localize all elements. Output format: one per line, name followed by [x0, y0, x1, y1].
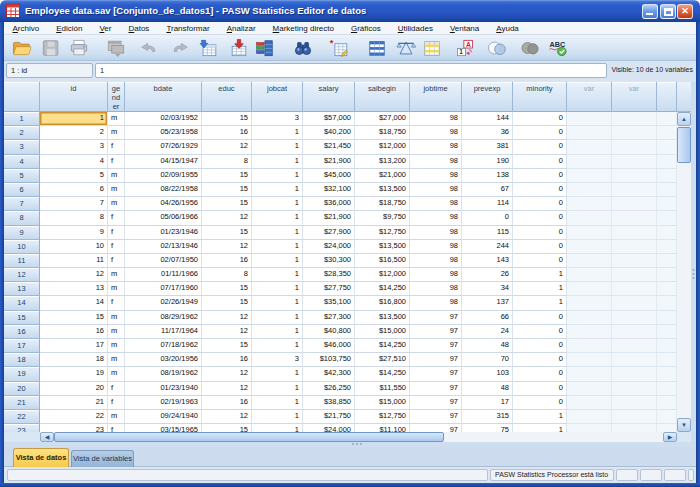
- cell[interactable]: 05/23/1958: [125, 126, 202, 140]
- cell[interactable]: 5: [40, 169, 108, 183]
- empty-cell[interactable]: [612, 183, 657, 197]
- cell[interactable]: 19: [40, 367, 108, 381]
- cell[interactable]: 15: [202, 296, 252, 310]
- cell[interactable]: 12: [202, 211, 252, 225]
- column-header-bdate[interactable]: bdate: [125, 82, 202, 112]
- cell[interactable]: m: [108, 339, 125, 353]
- cell[interactable]: 12: [202, 311, 252, 325]
- cell[interactable]: 01/11/1966: [125, 268, 202, 282]
- column-header-var[interactable]: var: [567, 82, 612, 112]
- empty-cell[interactable]: [567, 155, 612, 169]
- empty-cell[interactable]: [567, 226, 612, 240]
- cell[interactable]: 98: [410, 296, 462, 310]
- cell[interactable]: 1: [252, 197, 303, 211]
- cell-editor[interactable]: 1: [95, 63, 607, 78]
- empty-cell[interactable]: [567, 353, 612, 367]
- goto-variable-icon[interactable]: [226, 36, 252, 60]
- menu-edici-n[interactable]: Edición: [48, 24, 91, 33]
- empty-cell[interactable]: [567, 126, 612, 140]
- cell[interactable]: m: [108, 311, 125, 325]
- cell[interactable]: $21,450: [303, 140, 355, 154]
- empty-cell[interactable]: [567, 254, 612, 268]
- cell[interactable]: 16: [202, 353, 252, 367]
- empty-cell[interactable]: [567, 296, 612, 310]
- goto-case-icon[interactable]: [196, 36, 222, 60]
- empty-cell[interactable]: [657, 282, 677, 296]
- cell[interactable]: 1: [252, 410, 303, 424]
- cell[interactable]: $27,750: [303, 282, 355, 296]
- cell[interactable]: m: [108, 197, 125, 211]
- cell[interactable]: f: [108, 140, 125, 154]
- cell[interactable]: 1: [252, 325, 303, 339]
- cell[interactable]: 0: [462, 211, 513, 225]
- cell[interactable]: 01/23/1946: [125, 226, 202, 240]
- cell[interactable]: 16: [202, 126, 252, 140]
- column-header-jobcat[interactable]: jobcat: [252, 82, 303, 112]
- row-header-20[interactable]: 20: [4, 382, 40, 396]
- cell[interactable]: 98: [410, 226, 462, 240]
- cell[interactable]: 0: [513, 169, 567, 183]
- cell[interactable]: 0: [513, 353, 567, 367]
- tab-variable-view[interactable]: Vista de variables: [71, 450, 134, 467]
- cell[interactable]: $103,750: [303, 353, 355, 367]
- cell[interactable]: 0: [513, 325, 567, 339]
- empty-cell[interactable]: [567, 339, 612, 353]
- cell[interactable]: 01/23/1940: [125, 382, 202, 396]
- cell[interactable]: $21,900: [303, 211, 355, 225]
- cell[interactable]: 3: [252, 353, 303, 367]
- scroll-left-icon[interactable]: ◀: [40, 432, 54, 442]
- column-header-salbegin[interactable]: salbegin: [355, 82, 410, 112]
- minimize-button[interactable]: [642, 4, 658, 19]
- row-header-4[interactable]: 4: [4, 155, 40, 169]
- cell[interactable]: 22: [40, 410, 108, 424]
- cell[interactable]: 12: [202, 367, 252, 381]
- split-file-icon[interactable]: [364, 36, 390, 60]
- cell[interactable]: $9,750: [355, 211, 410, 225]
- redo-icon[interactable]: [167, 36, 193, 60]
- cell[interactable]: 0: [513, 112, 567, 126]
- cell[interactable]: 15: [202, 339, 252, 353]
- empty-cell[interactable]: [567, 282, 612, 296]
- empty-cell[interactable]: [612, 112, 657, 126]
- empty-cell[interactable]: [612, 311, 657, 325]
- cell[interactable]: $21,900: [303, 155, 355, 169]
- menu-gr-ficos[interactable]: Gráficos: [342, 24, 389, 33]
- cell[interactable]: 15: [40, 311, 108, 325]
- cell[interactable]: 0: [513, 311, 567, 325]
- cell[interactable]: 1: [252, 126, 303, 140]
- cell[interactable]: $27,900: [303, 226, 355, 240]
- empty-cell[interactable]: [657, 353, 677, 367]
- cell[interactable]: 98: [410, 282, 462, 296]
- cell[interactable]: $32,100: [303, 183, 355, 197]
- empty-cell[interactable]: [657, 367, 677, 381]
- variables-icon[interactable]: [252, 36, 278, 60]
- empty-cell[interactable]: [612, 226, 657, 240]
- scroll-right-icon[interactable]: ▶: [663, 432, 677, 442]
- cell[interactable]: 8: [202, 155, 252, 169]
- column-header-salary[interactable]: salary: [303, 82, 355, 112]
- empty-cell[interactable]: [657, 155, 677, 169]
- cell[interactable]: 97: [410, 367, 462, 381]
- empty-cell[interactable]: [612, 367, 657, 381]
- cell[interactable]: 7: [40, 197, 108, 211]
- empty-cell[interactable]: [657, 140, 677, 154]
- menu-datos[interactable]: Datos: [120, 24, 158, 33]
- open-file-icon[interactable]: [9, 36, 35, 60]
- cell[interactable]: 137: [462, 296, 513, 310]
- cell[interactable]: 0: [513, 382, 567, 396]
- cell[interactable]: 1: [252, 155, 303, 169]
- cell[interactable]: 05/06/1966: [125, 211, 202, 225]
- cell[interactable]: 381: [462, 140, 513, 154]
- empty-cell[interactable]: [612, 282, 657, 296]
- data-grid[interactable]: idgenderbdateeducjobcatsalarysalbeginjob…: [4, 82, 677, 432]
- cell[interactable]: 8: [40, 211, 108, 225]
- cell[interactable]: 1: [513, 296, 567, 310]
- cell[interactable]: $15,000: [355, 396, 410, 410]
- cell[interactable]: 98: [410, 268, 462, 282]
- cell[interactable]: 98: [410, 169, 462, 183]
- cell[interactable]: $27,000: [355, 112, 410, 126]
- empty-cell[interactable]: [567, 268, 612, 282]
- row-header-19[interactable]: 19: [4, 367, 40, 381]
- empty-cell[interactable]: [567, 424, 612, 432]
- cell[interactable]: $36,000: [303, 197, 355, 211]
